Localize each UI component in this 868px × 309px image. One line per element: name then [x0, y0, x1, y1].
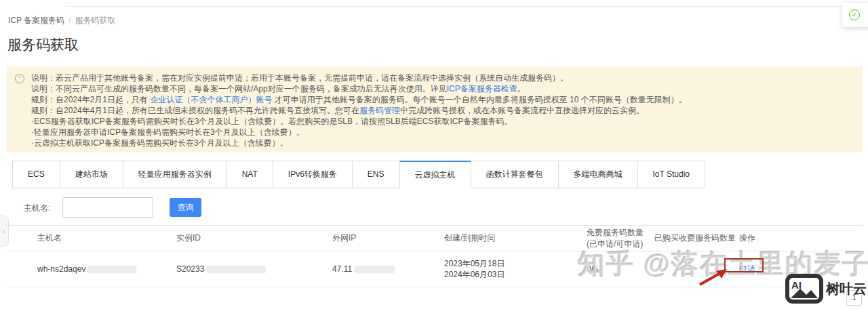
cell-hostname: wh-ns2daqev	[37, 264, 176, 274]
brand-watermark: AI 树叶云	[785, 274, 867, 304]
hostname-value: wh-ns2daqev	[37, 264, 85, 274]
col-free-codes-title: 免费服务码数量	[587, 228, 644, 237]
notice-line-1: 说明：若云产品用于其他账号备案，需在对应实例提前申请；若用于本账号备案，无需提前…	[31, 73, 856, 83]
cell-public-ip: 47.11	[332, 264, 444, 274]
service-code-manage-link[interactable]: 服务码管理	[359, 106, 400, 115]
breadcrumb-current: 服务码获取	[75, 16, 115, 25]
col-instance-id: 实例ID	[176, 232, 332, 244]
notice-line-2: 说明：不同云产品可生成的服务码数量不同，每备案一个网站/App对应一个服务码，备…	[31, 83, 856, 94]
notice-line-4: 规则：自2024年4月1日起，所有已生成但未授权的服务码不再允许跨账号直接填写。…	[31, 105, 856, 116]
tab-ens[interactable]: ENS	[352, 161, 400, 188]
notice-line-4-text: 规则：自2024年4月1日起，所有已生成但未授权的服务码不再允许跨账号直接填写。…	[31, 106, 359, 115]
query-button[interactable]: 查询	[170, 198, 201, 217]
cell-free-codes: 0/5	[587, 264, 654, 274]
success-toast: ✓	[842, 3, 868, 27]
tab-ecs[interactable]: ECS	[12, 161, 60, 188]
notice-line-3: 规则：自2024年2月1日起，只有 企业认证（不含个体工商户）账号 才可申请用于…	[31, 94, 856, 105]
tab-ecommerce[interactable]: 多端电商商城	[558, 161, 638, 188]
breadcrumb-separator: /	[68, 16, 71, 25]
annotation-red-arrow-icon	[696, 264, 731, 289]
notice-line-4-tail: 中完成跨账号授权，或在本账号备案流程中直接选择对应的云实例。	[400, 106, 644, 115]
notice-banner: ⌃ 说明：若云产品用于其他账号备案，需在对应实例提前申请；若用于本账号备案，无需…	[7, 66, 863, 152]
tab-ipv6[interactable]: IPv6转换服务	[273, 161, 353, 188]
notice-line-2-text: 说明：不同云产品可生成的服务码数量不同，每备案一个网站/App对应一个服务码，备…	[31, 84, 447, 94]
notice-line-3-text: 规则：自2024年2月1日起，只有	[31, 95, 150, 104]
cell-create-expire: 2023年05月18日 2024年06月03日	[444, 258, 587, 280]
tab-site-market[interactable]: 建站市场	[60, 161, 123, 188]
expire-date: 2024年06月03日	[444, 269, 587, 280]
hosts-table: 主机名 实例ID 外网IP 创建/到期时间 免费服务码数量 (已申请/可申请) …	[5, 225, 863, 287]
cell-instance-id: S20233	[176, 264, 332, 274]
tab-swas-instance[interactable]: 轻量应用服务器实例	[123, 161, 227, 188]
ai-image-logo-icon: AI	[785, 274, 823, 304]
brand-name: 树叶云	[826, 280, 867, 298]
notice-bullet-swas: ·轻量应用服务器申请ICP备案服务码需购买时长在3个月及以上（含续费）。	[31, 127, 856, 138]
breadcrumb-parent[interactable]: ICP 备案服务码	[8, 16, 64, 25]
product-tabs: ECS 建站市场 轻量应用服务器实例 NAT IPv6转换服务 ENS 云虚拟主…	[12, 161, 705, 188]
redaction-blur	[354, 266, 395, 273]
hostname-input[interactable]	[62, 197, 153, 218]
console-page: ✓ ICP 备案服务码/服务码获取 服务码获取 ⌃ 说明：若云产品用于其他账号备…	[0, 0, 868, 309]
notice-bullet-ecs: ·ECS服务器获取ICP备案服务码需购买时长在3个月及以上（含续费）。若您购买的…	[31, 116, 856, 127]
tab-iot-studio[interactable]: IoT Studio	[637, 161, 705, 188]
page-title: 服务码获取	[7, 35, 79, 54]
notice-bullet-webhosting: ·云虚拟主机获取ICP备案服务码需购买时长在3个月及以上（含续费）。	[31, 138, 856, 148]
col-public-ip: 外网IP	[332, 232, 444, 244]
col-free-codes-sub: (已申请/可申请)	[587, 239, 654, 250]
col-free-codes: 免费服务码数量 (已申请/可申请)	[587, 227, 654, 250]
enterprise-auth-link[interactable]: 企业认证（不含个体工商户）账号	[150, 95, 272, 104]
col-actions: 操作	[739, 232, 863, 244]
check-circle-icon: ✓	[849, 9, 860, 20]
top-divider	[64, 6, 868, 7]
instance-id-value: S20233	[176, 264, 204, 274]
col-paid-codes: 已购买收费服务码数量	[654, 232, 739, 244]
col-create-expire: 创建/到期时间	[444, 232, 587, 244]
ip-value: 47.11	[332, 264, 352, 274]
tab-nat[interactable]: NAT	[226, 161, 273, 188]
tab-function-compute[interactable]: 函数计算套餐包	[471, 161, 559, 188]
redaction-blur	[87, 266, 136, 273]
hostname-filter-label: 主机名:	[24, 203, 50, 214]
tab-web-hosting-active[interactable]: 云虚拟主机	[399, 161, 471, 188]
icp-server-check-link[interactable]: ICP备案服务器检查	[447, 84, 517, 94]
notice-line-3-tail: 才可申请用于其他账号备案的服务码。每个账号一个自然年内最多将服务码授权至 10 …	[272, 95, 686, 104]
created-date: 2023年05月18日	[444, 258, 587, 269]
breadcrumb: ICP 备案服务码/服务码获取	[8, 15, 115, 26]
notice-line-2-tail: 。	[517, 84, 526, 94]
table-header-row: 主机名 实例ID 外网IP 创建/到期时间 免费服务码数量 (已申请/可申请) …	[5, 225, 863, 251]
chevron-up-circle-icon[interactable]: ⌃	[15, 74, 24, 83]
redaction-blur	[206, 266, 266, 273]
col-hostname: 主机名	[37, 232, 176, 244]
